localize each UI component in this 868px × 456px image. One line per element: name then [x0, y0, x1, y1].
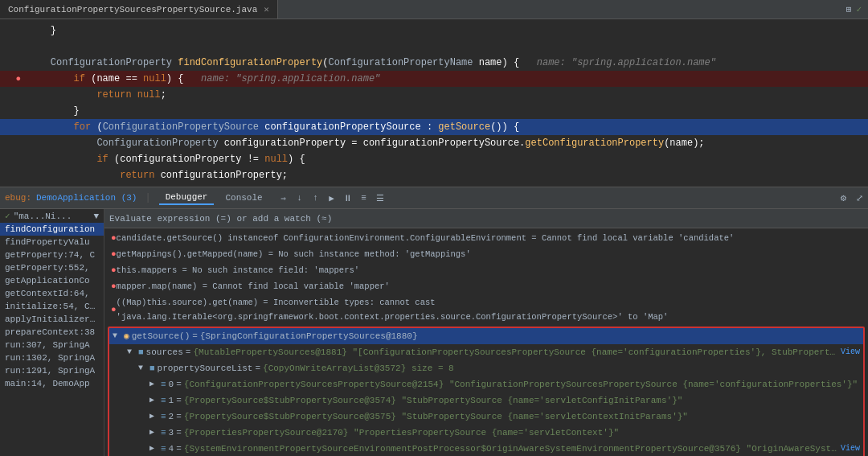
var-value: {MutablePropertySources@1881} "[Configur… — [193, 345, 837, 359]
field-icon: ■ — [138, 345, 144, 359]
variables-panel: ✓ "ma...Ni... ▼ findConfiguration findPr… — [0, 209, 868, 456]
expand-icon[interactable]: ▶ — [149, 409, 161, 424]
var-name: 0 — [169, 377, 174, 392]
expression-text: Evaluate expression (=) or add a watch (… — [109, 214, 332, 224]
get-source-header[interactable]: ▼ ◉ getSource() = {SpringConfigurationPr… — [109, 328, 863, 344]
error-dot: ● — [111, 279, 117, 294]
checkmark-icon[interactable]: ✓ — [856, 4, 862, 14]
error-dot: ● — [111, 231, 117, 245]
var-name: 4 — [169, 442, 174, 456]
frame-item[interactable]: run:1291, SpringA — [0, 364, 104, 377]
error-item: ● ((Map)this.source).get(name) = Inconve… — [104, 294, 868, 325]
equals: = — [186, 345, 191, 359]
frames-icon[interactable]: ≡ — [358, 191, 371, 204]
list-item-0[interactable]: ▶ ≡ 0 = {ConfigurationPropertySourcesPro… — [109, 376, 863, 392]
line-content: for (ConfigurationPropertySource configu… — [27, 121, 519, 133]
code-editor: } ConfigurationProperty findConfiguratio… — [0, 19, 868, 187]
code-line: } — [0, 183, 868, 187]
code-line-error: ● if (name == null) { name: "spring.appl… — [0, 71, 868, 87]
error-item: ● mapper.map(name) = Cannot find local v… — [104, 278, 868, 294]
frame-item[interactable]: main:14, DemoApp — [0, 377, 104, 390]
line-content: ConfigurationProperty configurationPrope… — [27, 138, 705, 149]
error-dot: ● — [111, 302, 117, 317]
equals: = — [192, 329, 198, 343]
list-item-3[interactable]: ▶ ≡ 3 = {PropertiesPropertySource@2170} … — [109, 425, 863, 441]
active-tab[interactable]: ConfigurationPropertySourcesPropertySour… — [0, 0, 278, 18]
equals: = — [176, 377, 182, 392]
field-icon: ■ — [149, 361, 155, 376]
index-icon: ≡ — [161, 425, 166, 440]
equals: = — [255, 361, 260, 376]
line-content: if (configurationProperty != null) { — [27, 154, 305, 165]
checkmark-icon: ✓ — [5, 211, 10, 221]
error-text: candidate.getSource() instanceof Configu… — [117, 231, 735, 245]
expand-icon[interactable]: ▼ — [127, 345, 138, 359]
expand-icon[interactable]: ▶ — [149, 442, 161, 456]
tab-console[interactable]: Console — [219, 191, 268, 204]
index-icon: ≡ — [161, 377, 166, 392]
frame-item[interactable]: getProperty:552, — [0, 261, 104, 274]
frame-item[interactable]: getProperty:74, C — [0, 249, 104, 261]
property-source-list-row[interactable]: ▼ ■ propertySourceList = {CopyOnWriteArr… — [109, 360, 863, 376]
frame-item[interactable]: ✓ "ma...Ni... ▼ — [0, 209, 104, 223]
stop-icon[interactable]: ⏸ — [342, 191, 354, 204]
expand-icon[interactable]: ⤢ — [856, 193, 863, 203]
frame-item[interactable]: run:1302, SpringA — [0, 351, 104, 364]
var-name: getSource() — [132, 329, 190, 343]
code-line: ConfigurationProperty configurationPrope… — [0, 135, 868, 151]
error-item: ● getMappings().getMapped(name) = No suc… — [104, 246, 868, 262]
var-value: {ConfigurationPropertySourcesPropertySou… — [184, 377, 858, 392]
var-value: {SpringConfigurationPropertySources@1880… — [200, 329, 418, 343]
var-value: {SystemEnvironmentPropertySourceEnvironm… — [184, 442, 837, 456]
get-source-section: ▼ ◉ getSource() = {SpringConfigurationPr… — [108, 327, 865, 456]
step-out-icon[interactable]: ↑ — [309, 191, 322, 204]
tab-debugger[interactable]: Debugger — [159, 191, 215, 205]
frame-item-selected[interactable]: findConfiguration — [0, 223, 104, 236]
tab-close-icon[interactable]: ✕ — [264, 4, 269, 14]
error-item: ● this.mappers = No such instance field:… — [104, 262, 868, 278]
settings-icon[interactable]: ⚙ — [841, 192, 846, 204]
equals: = — [176, 425, 182, 440]
error-text: ((Map)this.source).get(name) = Inconvert… — [117, 295, 865, 324]
expand-icon[interactable]: ▼ — [113, 329, 124, 343]
sources-row[interactable]: ▼ ■ sources = {MutablePropertySources@18… — [109, 344, 863, 360]
expand-icon[interactable]: ▶ — [149, 393, 161, 408]
tab-bar: ConfigurationPropertySourcesPropertySour… — [0, 0, 868, 19]
frame-item[interactable]: run:307, SpringA — [0, 339, 104, 351]
index-icon: ≡ — [161, 442, 166, 456]
line-number: ● — [3, 74, 27, 84]
run-icon[interactable]: ▶ — [326, 191, 338, 204]
list-icon[interactable]: ☰ — [374, 191, 387, 204]
var-name: propertySourceList — [158, 361, 253, 376]
filter-icon[interactable]: ▼ — [93, 212, 99, 221]
frame-item[interactable]: applyInitializers:6 — [0, 313, 104, 326]
layout-icon[interactable]: ⊞ — [846, 4, 852, 14]
expand-icon[interactable]: ▼ — [138, 361, 149, 376]
frame-item[interactable]: findPropertyValu — [0, 236, 104, 249]
equals: = — [176, 442, 182, 456]
frame-item[interactable]: initialize:54, Con — [0, 300, 104, 313]
var-value: {PropertySource$StubPropertySource@3575}… — [184, 409, 688, 424]
expand-icon[interactable]: ▶ — [149, 425, 161, 440]
separator: | — [145, 192, 150, 203]
expand-icon[interactable]: ▶ — [149, 377, 161, 392]
var-value: {PropertiesPropertySource@2170} "Propert… — [184, 425, 619, 440]
variables-list: ● candidate.getSource() instanceof Confi… — [104, 228, 868, 456]
code-line: return null; — [0, 87, 868, 103]
list-item-2[interactable]: ▶ ≡ 2 = {PropertySource$StubPropertySour… — [109, 409, 863, 425]
step-over-icon[interactable]: ⇒ — [277, 191, 290, 204]
view-link[interactable]: View — [841, 345, 860, 359]
code-line: return configurationProperty; — [0, 167, 868, 183]
view-link[interactable]: View — [841, 442, 860, 456]
watch-bar: Evaluate expression (=) or add a watch (… — [104, 209, 868, 456]
step-into-icon[interactable]: ↓ — [293, 191, 306, 204]
var-name: 1 — [169, 393, 174, 408]
frame-item[interactable]: prepareContext:38 — [0, 326, 104, 339]
code-line: } — [0, 23, 868, 39]
list-item-1[interactable]: ▶ ≡ 1 = {PropertySource$StubPropertySour… — [109, 392, 863, 409]
list-item-4[interactable]: ▶ ≡ 4 = {SystemEnvironmentPropertySource… — [109, 441, 863, 456]
frame-item[interactable]: getContextId:64, — [0, 287, 104, 300]
frame-item[interactable]: getApplicationCo — [0, 274, 104, 287]
demo-application-link[interactable]: DemoApplication (3) — [36, 193, 137, 203]
code-line: ConfigurationProperty findConfigurationP… — [0, 55, 868, 71]
